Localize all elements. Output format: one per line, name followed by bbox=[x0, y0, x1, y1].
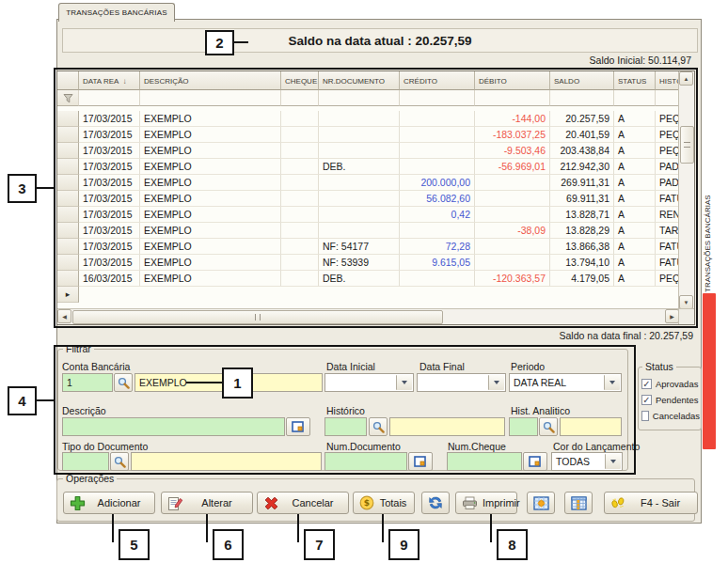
grid-layout-button[interactable] bbox=[564, 492, 593, 514]
cell-historico[interactable]: PEÇA bbox=[656, 111, 679, 127]
cell-status[interactable]: A bbox=[614, 239, 656, 255]
grid-auto-filter-row[interactable] bbox=[57, 90, 679, 106]
cell-nr_documento[interactable] bbox=[319, 127, 400, 143]
cell-status[interactable]: A bbox=[614, 271, 656, 287]
column-header-descricao[interactable]: DESCRIÇÃO bbox=[140, 71, 281, 90]
cell-saldo[interactable]: 69.911,31 bbox=[550, 191, 614, 207]
row-indicator-cell[interactable]: ▸ bbox=[57, 287, 79, 303]
cell-historico[interactable]: REND bbox=[656, 207, 679, 223]
filter-cell[interactable] bbox=[79, 90, 140, 106]
cell-data[interactable]: 17/03/2015 bbox=[79, 111, 140, 127]
cell-data[interactable]: 17/03/2015 bbox=[79, 223, 140, 239]
chevron-down-icon[interactable] bbox=[396, 375, 412, 390]
cell-debito[interactable]: -183.037,25 bbox=[475, 127, 550, 143]
cell-nr_documento[interactable] bbox=[319, 175, 400, 191]
num-cheque-field[interactable] bbox=[447, 452, 522, 471]
filter-funnel-cell[interactable] bbox=[57, 90, 79, 106]
cell-debito[interactable]: -38,09 bbox=[475, 223, 550, 239]
cell-data[interactable]: 17/03/2015 bbox=[79, 255, 140, 271]
cell-debito[interactable] bbox=[475, 207, 550, 223]
cell-data[interactable]: 17/03/2015 bbox=[79, 207, 140, 223]
cell-historico[interactable]: PEÇA bbox=[656, 127, 679, 143]
tab-transacoes-bancarias[interactable]: TRANSAÇÕES BANCÁRIAS bbox=[58, 3, 175, 22]
cell-cheque[interactable] bbox=[281, 175, 319, 191]
cell-descricao[interactable]: EXEMPLO bbox=[140, 255, 281, 271]
filter-cell[interactable] bbox=[140, 90, 281, 106]
row-selector[interactable] bbox=[57, 175, 79, 191]
cell-data[interactable]: 17/03/2015 bbox=[79, 159, 140, 175]
row-selector[interactable] bbox=[57, 255, 79, 271]
column-header-status[interactable]: STATUS bbox=[614, 71, 656, 90]
column-header-debito[interactable]: DÉBITO bbox=[475, 71, 550, 90]
cell-nr_documento[interactable] bbox=[319, 143, 400, 159]
cell-historico[interactable]: PEÇA bbox=[656, 271, 679, 287]
cell-cheque[interactable] bbox=[281, 111, 319, 127]
data-final-combo[interactable] bbox=[417, 373, 506, 392]
cell-cheque[interactable] bbox=[281, 223, 319, 239]
cell-descricao[interactable]: EXEMPLO bbox=[140, 191, 281, 207]
status-option-aprovadas[interactable]: ✓Aprovadas bbox=[641, 376, 700, 392]
vertical-scrollbar[interactable]: ▲ ▼ bbox=[678, 71, 694, 309]
row-selector[interactable] bbox=[57, 223, 79, 239]
cell-debito[interactable] bbox=[475, 191, 550, 207]
cell-nr_documento[interactable] bbox=[319, 223, 400, 239]
cell-descricao[interactable]: EXEMPLO bbox=[140, 111, 281, 127]
row-selector[interactable] bbox=[57, 143, 79, 159]
cell-cheque[interactable] bbox=[281, 239, 319, 255]
cell-credito[interactable]: 0,42 bbox=[400, 207, 475, 223]
filter-cell[interactable] bbox=[475, 90, 550, 106]
cell-saldo[interactable]: 13.794,10 bbox=[550, 255, 614, 271]
cell-saldo[interactable]: 20.257,59 bbox=[550, 111, 614, 127]
table-row[interactable]: 17/03/2015EXEMPLO200.000,00269.911,31APA… bbox=[57, 175, 679, 191]
edit-button[interactable]: Alterar bbox=[161, 492, 253, 514]
cell-historico[interactable]: FATU bbox=[656, 191, 679, 207]
column-header-credito[interactable]: CRÉDITO bbox=[400, 71, 475, 90]
table-row[interactable]: 17/03/2015EXEMPLODEB.-56.969,01212.942,3… bbox=[57, 159, 679, 175]
filter-cell[interactable] bbox=[319, 90, 400, 106]
num-documento-field[interactable] bbox=[324, 452, 407, 471]
status-option-pendentes[interactable]: ✓Pendentes bbox=[641, 392, 700, 408]
cell-status[interactable]: A bbox=[614, 127, 656, 143]
scroll-down-button[interactable]: ▼ bbox=[679, 295, 693, 309]
cell-data[interactable]: 17/03/2015 bbox=[79, 127, 140, 143]
cor-lancamento-combo[interactable]: TODAS bbox=[551, 452, 623, 471]
exit-button[interactable]: F4 - Sair bbox=[604, 492, 698, 514]
cell-descricao[interactable]: EXEMPLO bbox=[140, 223, 281, 239]
table-row[interactable]: 17/03/2015EXEMPLO56.082,6069.911,31AFATU bbox=[57, 191, 679, 207]
cell-debito[interactable]: -120.363,57 bbox=[475, 271, 550, 287]
cell-descricao[interactable]: EXEMPLO bbox=[140, 207, 281, 223]
filter-cell[interactable] bbox=[656, 90, 679, 106]
cell-cheque[interactable] bbox=[281, 159, 319, 175]
cell-saldo[interactable]: 13.828,29 bbox=[550, 223, 614, 239]
cell-saldo[interactable]: 20.401,59 bbox=[550, 127, 614, 143]
cell-credito[interactable]: 72,28 bbox=[400, 239, 475, 255]
checkbox-checked-icon[interactable]: ✓ bbox=[641, 379, 652, 389]
cell-credito[interactable] bbox=[400, 127, 475, 143]
cell-nr_documento[interactable]: DEB. bbox=[319, 271, 400, 287]
cell-debito[interactable] bbox=[475, 255, 550, 271]
selector-header-cell[interactable] bbox=[57, 71, 79, 90]
side-tab-red-strip[interactable] bbox=[703, 293, 716, 449]
cell-historico[interactable]: PADR bbox=[656, 175, 679, 191]
row-selector[interactable] bbox=[57, 111, 79, 127]
column-header-nr-documento[interactable]: NR.DOCUMENTO bbox=[319, 71, 400, 90]
cell-cheque[interactable] bbox=[281, 143, 319, 159]
row-selector[interactable] bbox=[57, 127, 79, 143]
cell-credito[interactable]: 9.615,05 bbox=[400, 255, 475, 271]
totals-button[interactable]: $ Totais bbox=[353, 492, 415, 514]
table-row[interactable]: 17/03/2015EXEMPLO0,4213.828,71AREND bbox=[57, 207, 679, 223]
cell-data[interactable]: 17/03/2015 bbox=[79, 143, 140, 159]
cell-saldo[interactable]: 269.911,31 bbox=[550, 175, 614, 191]
cell-historico[interactable]: PEÇA bbox=[656, 143, 679, 159]
cell-data[interactable]: 17/03/2015 bbox=[79, 239, 140, 255]
row-selector[interactable] bbox=[57, 239, 79, 255]
cell-debito[interactable]: -9.503,46 bbox=[475, 143, 550, 159]
row-selector[interactable] bbox=[57, 191, 79, 207]
column-header-cheque[interactable]: CHEQUE bbox=[281, 71, 319, 90]
cell-credito[interactable]: 56.082,60 bbox=[400, 191, 475, 207]
num-documento-picker-button[interactable] bbox=[408, 452, 433, 471]
cell-credito[interactable] bbox=[400, 111, 475, 127]
cell-saldo[interactable]: 4.179,05 bbox=[550, 271, 614, 287]
cell-status[interactable]: A bbox=[614, 223, 656, 239]
cancel-button[interactable]: Cancelar bbox=[257, 492, 349, 514]
